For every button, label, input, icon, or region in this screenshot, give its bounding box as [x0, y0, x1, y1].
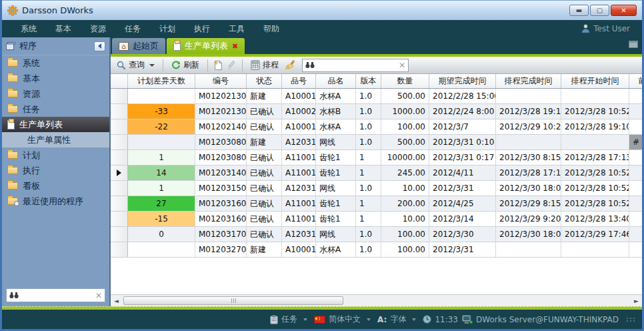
sidebar-search-clear-icon[interactable]: ✕ [95, 291, 102, 300]
sidebar-item-7[interactable]: 执行 [2, 163, 109, 178]
table-row[interactable]: -22M012021401已确认A10001水杯A1.0100.002012/3… [111, 119, 642, 135]
clock-icon [423, 315, 431, 324]
menu-item-7[interactable]: 帮助 [254, 21, 289, 37]
scrollbar-thumb[interactable] [123, 296, 343, 305]
sidebar-item-4[interactable]: 生产单列表 [2, 117, 109, 132]
refresh-icon [171, 61, 181, 70]
sidebar-item-2[interactable]: 资源 [2, 86, 109, 101]
cell-no: M012031501 [195, 181, 247, 196]
tab-label: 生产单列表 [185, 40, 228, 52]
sidebar-header: 程序 [2, 37, 109, 55]
menu-item-6[interactable]: 工具 [219, 21, 254, 37]
data-grid: 计划差异天数编号状态品号品名版本数量期望完成时间排程完成时间排程开始时间前 M0… [111, 74, 642, 294]
column-header-item[interactable]: 品号 [282, 74, 316, 88]
sidebar-item-label: 系统 [23, 57, 40, 69]
table-row[interactable]: M012032701新建A10001水杯A1.0100.002012/3/31 [111, 242, 642, 258]
table-row[interactable]: -15M012031602已确认A11001齿轮1110.002012/3/14… [111, 212, 642, 227]
task-dropdown-icon[interactable] [303, 318, 307, 321]
menu-bar: 系统基本资源任务计划执行工具帮助 Test User [2, 20, 642, 37]
cell-diff: -33 [128, 104, 195, 119]
tab-production-order-list[interactable]: 生产单列表 ✖ [167, 38, 245, 54]
table-row[interactable]: 27M012031601已确认A11001齿轮11200.002012/4/25… [111, 196, 642, 212]
new-document-icon[interactable] [213, 60, 223, 71]
close-button[interactable]: ✕ [611, 5, 637, 16]
cell-due: 2012/3/14 [429, 212, 496, 226]
query-button[interactable]: 查询 [114, 58, 157, 72]
menu-item-3[interactable]: 任务 [115, 21, 150, 37]
toolbar-search-input[interactable] [317, 61, 396, 70]
tab-list-icon[interactable] [629, 41, 638, 48]
sidebar-item-5[interactable]: 生产单属性 [2, 132, 109, 147]
edit-pencil-icon[interactable] [227, 60, 237, 70]
title-bar: Darsson DWorks ▬ ▢ ✕ [2, 0, 642, 20]
sidebar-item-3[interactable]: 任务 [2, 101, 109, 117]
table-row[interactable]: 1M012030802已确认A11001齿轮1110000.002012/3/3… [111, 150, 642, 166]
column-header-ver[interactable]: 版本 [356, 74, 381, 88]
table-row[interactable]: M012030801新建A12031网线1.0500.002012/3/31 0… [111, 135, 642, 150]
sidebar-item-9[interactable]: 最近使用的程序 [2, 194, 109, 209]
table-row[interactable]: 14M012031402已确认A11001齿轮11245.002012/4/11… [111, 166, 642, 181]
folder-icon [7, 182, 18, 190]
menu-item-5[interactable]: 执行 [185, 21, 219, 37]
toolbar-search-clear-icon[interactable]: ✕ [399, 61, 405, 70]
menu-item-0[interactable]: 系统 [11, 21, 46, 37]
status-font[interactable]: A: 字体 [377, 314, 419, 325]
table-row[interactable]: 1M012031501已确认A12031网线1.010.002012/3/312… [111, 181, 642, 196]
table-row[interactable]: 0M012031701已确认A12031网线1.0100.002012/3/30… [111, 227, 642, 242]
refresh-button[interactable]: 刷新 [169, 58, 202, 72]
query-label: 查询 [129, 59, 145, 71]
horizontal-scrollbar[interactable]: ◄ ► [111, 294, 642, 306]
schedule-button[interactable]: 排程 [248, 58, 281, 72]
tab-bar: ⌂ 起始页 生产单列表 ✖ [111, 37, 642, 54]
menu-item-4[interactable]: 计划 [150, 21, 185, 37]
user-area[interactable]: Test User [581, 24, 633, 33]
scroll-left-icon[interactable]: ◄ [111, 295, 122, 306]
cell-name: 齿轮1 [316, 196, 356, 211]
program-icon [6, 42, 15, 50]
column-header-sched_start[interactable]: 排程开始时间 [561, 74, 629, 88]
sidebar-item-6[interactable]: 计划 [2, 147, 109, 163]
column-header-sched_end[interactable]: 排程完成时间 [496, 74, 561, 88]
scroll-right-icon[interactable]: ► [631, 295, 642, 306]
column-header-due[interactable]: 期望完成时间 [429, 74, 496, 88]
sidebar-item-1[interactable]: 基本 [2, 71, 109, 86]
column-header-status[interactable]: 状态 [247, 74, 282, 88]
cell-sched_start: 2012/3/28 10:52 [561, 104, 629, 119]
table-row[interactable]: -33M012021302已确认A10002水杯B1.01000.002012/… [111, 104, 642, 119]
status-server[interactable]: DWorks Server@FUNWAY-THINKPAD [462, 315, 619, 324]
column-header-no[interactable]: 编号 [195, 74, 247, 88]
server-monitor-icon [462, 315, 473, 324]
user-name: Test User [593, 24, 630, 33]
sidebar-item-0[interactable]: 系统 [2, 55, 109, 71]
sidebar-search-input[interactable] [21, 291, 93, 300]
clean-broom-icon[interactable] [285, 60, 296, 70]
column-header-extra[interactable]: 前 [629, 74, 642, 88]
cell-qty: 500.00 [381, 135, 429, 149]
menu-item-2[interactable]: 资源 [81, 21, 115, 37]
cell-name: 网线 [316, 181, 356, 196]
query-dropdown-icon[interactable] [149, 64, 155, 67]
menu-item-1[interactable]: 基本 [46, 21, 81, 37]
folder-icon [7, 59, 18, 67]
status-language[interactable]: 简体中文 [314, 314, 373, 325]
column-header-name[interactable]: 品名 [316, 74, 356, 88]
maximize-button[interactable]: ▢ [590, 5, 609, 16]
column-header-diff[interactable]: 计划差异天数 [128, 74, 195, 88]
minimize-button[interactable]: ▬ [569, 5, 589, 16]
tab-close-icon[interactable]: ✖ [232, 42, 238, 51]
row-indicator-cell [111, 181, 128, 196]
sidebar-collapse-button[interactable] [94, 41, 105, 51]
cell-ver: 1.0 [356, 227, 381, 242]
scrollbar-track[interactable] [122, 295, 631, 306]
sidebar-item-8[interactable]: 看板 [2, 178, 109, 194]
cell-due: 2012/3/31 [429, 181, 496, 196]
cell-ver: 1.0 [356, 89, 381, 103]
column-header-qty[interactable]: 数量 [381, 74, 429, 88]
tab-start-page[interactable]: ⌂ 起始页 [112, 38, 165, 54]
cell-name: 水杯A [316, 89, 356, 103]
resize-grip[interactable] [627, 318, 635, 322]
status-task[interactable]: 任务 [270, 314, 310, 325]
language-dropdown-icon[interactable] [367, 318, 371, 321]
table-row[interactable]: M012021301新建A10001水杯A1.0500.002012/2/28 … [111, 89, 642, 104]
font-dropdown-icon[interactable] [412, 318, 416, 321]
